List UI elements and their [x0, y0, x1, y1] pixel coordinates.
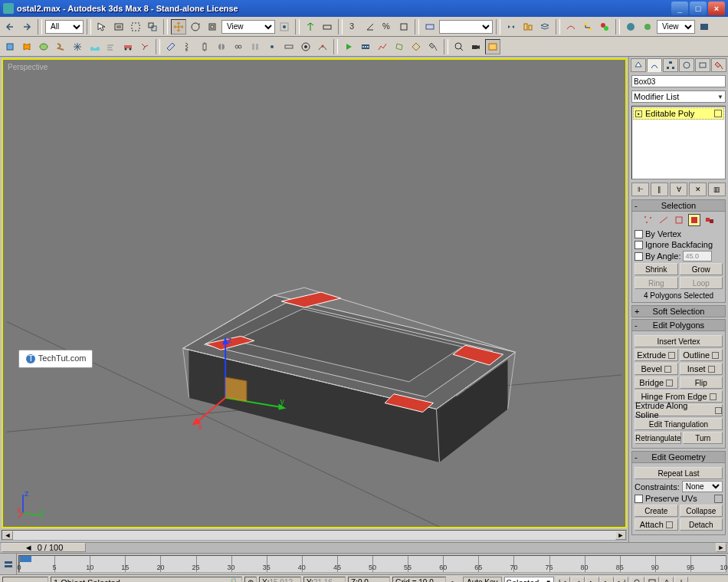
subobj-border-icon[interactable]	[673, 214, 685, 226]
angle-snap-icon[interactable]	[362, 19, 378, 35]
shrink-button[interactable]: Shrink	[635, 263, 678, 275]
manipulate-icon[interactable]	[303, 19, 318, 35]
render-preset-dropdown[interactable]: View	[657, 20, 695, 34]
extrude-spline-button[interactable]: Extrude Along Spline	[635, 404, 723, 416]
plane-icon[interactable]	[163, 39, 179, 54]
modifier-item-editable-poly[interactable]: ▪ Editable Poly	[633, 107, 724, 120]
modifier-list-dropdown[interactable]: Modifier List	[631, 90, 726, 103]
selection-filter-dropdown[interactable]: All	[45, 20, 84, 34]
tab-motion[interactable]	[679, 58, 694, 72]
time-slider-next[interactable]: ►	[716, 543, 726, 552]
repeat-last-button[interactable]: Repeat Last	[635, 467, 723, 479]
outline-button[interactable]: Outline	[680, 349, 723, 361]
ref-coord-dropdown[interactable]: View	[221, 20, 275, 34]
bridge-settings-icon[interactable]	[666, 380, 673, 386]
constraints-dropdown[interactable]: None	[682, 481, 723, 492]
move-icon[interactable]	[171, 19, 186, 35]
turn-button[interactable]: Turn	[683, 432, 723, 444]
trackbar-toggle-icon[interactable]	[0, 554, 17, 574]
close-button[interactable]: ×	[708, 2, 725, 15]
create-button[interactable]: Create	[635, 505, 678, 517]
subobj-element-icon[interactable]	[703, 214, 716, 226]
prev-frame-icon[interactable]: ◄	[571, 577, 585, 583]
camera-icon[interactable]	[468, 39, 484, 54]
edit-tri-button[interactable]: Edit Triangulation	[635, 418, 723, 430]
select-icon[interactable]	[94, 19, 110, 35]
constraint-icon[interactable]	[231, 39, 246, 54]
rigid-body-icon[interactable]	[2, 39, 18, 54]
reduce-icon[interactable]	[408, 39, 424, 54]
loop-button[interactable]: Loop	[680, 277, 723, 289]
nav-pan-icon[interactable]	[674, 577, 688, 583]
safe-frame-icon[interactable]	[485, 39, 500, 54]
layers-icon[interactable]	[537, 19, 553, 35]
timeline-ruler[interactable]: 0510152025303540455055606570758085909510…	[18, 555, 726, 573]
object-name-input[interactable]	[631, 75, 726, 87]
tab-display[interactable]	[695, 58, 710, 72]
preserve-uvs-settings-icon[interactable]	[714, 495, 723, 503]
mirror-icon[interactable]	[503, 19, 519, 35]
align-icon[interactable]	[520, 19, 536, 35]
redo-icon[interactable]	[19, 19, 34, 35]
render-icon[interactable]	[697, 19, 712, 35]
hinge-settings-icon[interactable]	[710, 393, 717, 400]
show-end-icon[interactable]: ∥	[651, 182, 668, 196]
ring-button[interactable]: Ring	[635, 277, 678, 289]
ignore-backfacing-checkbox[interactable]	[635, 241, 643, 249]
fracture-icon[interactable]	[137, 39, 152, 54]
retriangulate-button[interactable]: Retriangulate	[635, 432, 681, 444]
scale-icon[interactable]	[205, 19, 220, 35]
transform-type-icon[interactable]: ⊕	[244, 577, 257, 583]
minimize-button[interactable]: _	[671, 2, 688, 15]
extrude-settings-icon[interactable]	[668, 352, 675, 359]
lock-icon[interactable]: 🔒	[228, 577, 239, 582]
nav-zoom-all-icon[interactable]	[645, 577, 659, 583]
dashpot-icon[interactable]	[197, 39, 212, 54]
bridge-button[interactable]: Bridge	[635, 376, 678, 389]
prismatic-icon[interactable]	[281, 39, 297, 54]
point-path-icon[interactable]	[315, 39, 330, 54]
remove-mod-icon[interactable]: ✕	[689, 182, 707, 196]
insert-vertex-button[interactable]: Insert Vertex	[635, 335, 723, 347]
extrude-button[interactable]: Extrude	[635, 349, 678, 361]
schematic-icon[interactable]	[580, 19, 595, 35]
rotate-icon[interactable]	[188, 19, 203, 35]
rollout-edit-polygons-header[interactable]: -Edit Polygons	[631, 319, 726, 331]
scroll-left-icon[interactable]: ◄	[2, 531, 13, 540]
pin-stack-icon[interactable]: ⊩	[631, 182, 649, 196]
subobj-edge-icon[interactable]	[657, 214, 670, 226]
quick-render-icon[interactable]	[640, 19, 655, 35]
by-vertex-checkbox[interactable]	[635, 230, 643, 238]
collapse-button[interactable]: Collapse	[680, 505, 723, 517]
flip-button[interactable]: Flip	[680, 376, 723, 389]
by-angle-spinner[interactable]: 45.0	[683, 251, 712, 261]
create-anim-icon[interactable]	[358, 39, 373, 54]
coord-z[interactable]: Z:	[348, 577, 390, 583]
autokey-button[interactable]: Auto Key	[463, 577, 502, 582]
mesh-icon[interactable]	[70, 39, 85, 54]
goto-start-icon[interactable]: |◄	[556, 577, 570, 583]
keyboard-icon[interactable]	[320, 19, 335, 35]
coord-x[interactable]: X:	[259, 577, 301, 583]
pivot-icon[interactable]	[277, 19, 292, 35]
nav-zoom-icon[interactable]	[631, 577, 644, 583]
bevel-button[interactable]: Bevel	[635, 363, 678, 375]
preview-icon[interactable]	[341, 39, 356, 54]
undo-icon[interactable]	[2, 19, 18, 35]
extrude-spline-settings-icon[interactable]	[715, 407, 722, 414]
hinge-icon[interactable]	[248, 39, 263, 54]
point-icon[interactable]	[264, 39, 280, 54]
subobj-vertex-icon[interactable]	[642, 214, 654, 226]
convex-icon[interactable]	[392, 39, 407, 54]
spinner-snap-icon[interactable]	[396, 19, 412, 35]
key-filter-dropdown[interactable]: Selected	[504, 577, 554, 583]
coord-y[interactable]: Y:	[303, 577, 346, 583]
named-sets-icon[interactable]	[422, 19, 438, 35]
nav-fov-icon[interactable]	[660, 577, 674, 583]
rope-icon[interactable]	[53, 39, 68, 54]
wind-icon[interactable]	[103, 39, 119, 54]
spring-icon[interactable]	[180, 39, 195, 54]
scroll-right-icon[interactable]: ►	[615, 531, 626, 540]
viewport-hscroll[interactable]: ◄ ►	[2, 530, 627, 541]
timeline-current-frame[interactable]	[19, 556, 31, 562]
